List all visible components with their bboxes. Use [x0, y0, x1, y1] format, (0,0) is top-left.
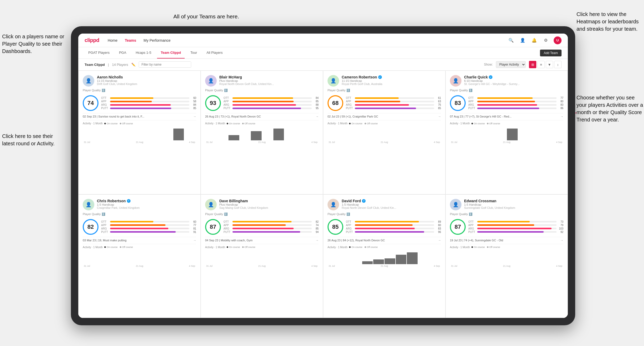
nav-link-teams[interactable]: Teams	[125, 38, 136, 42]
player-card-blair-mcharg[interactable]: 👤 Blair McHarg Plus Handicap Royal North…	[201, 71, 323, 194]
tab-team-clippd[interactable]: Team Clippd	[157, 47, 185, 58]
activity-title: Activity · 1 Month	[450, 246, 470, 249]
stat-row: APP 79	[468, 224, 563, 227]
stat-row: OTT 73	[468, 220, 563, 223]
latest-round[interactable]: 19 Jul 23 | 74 (+4), Sunningdale GC - Ol…	[450, 237, 563, 242]
player-card-cameron-robertson[interactable]: 👤 Cameron Robertson ✓ 11:15 Handicap Roy…	[323, 71, 445, 194]
player-handicap: 6:10 Handicap	[464, 79, 563, 82]
search-input[interactable]	[139, 61, 191, 68]
user-avatar[interactable]: U	[554, 36, 562, 44]
stat-row: ARG 84	[101, 103, 196, 106]
nav-link-performance[interactable]: My Performance	[144, 38, 171, 42]
tab-hcaps[interactable]: Hcaps 1-5	[132, 47, 155, 58]
off-course-label: Off course	[245, 122, 255, 125]
bell-icon[interactable]: 🔔	[531, 37, 538, 44]
player-handicap: 1-5 Handicap	[342, 203, 441, 206]
player-avatar: 👤	[450, 75, 461, 87]
quality-section: 87 OTT 82 APP 74 ARG 85 PUTT	[205, 219, 319, 235]
activity-title: Activity · 1 Month	[83, 246, 103, 249]
tab-pgat[interactable]: PGAT Players	[85, 47, 113, 58]
team-title: Team Clippd	[85, 63, 105, 67]
quality-score[interactable]: 93	[205, 95, 221, 111]
quality-section: 82 OTT 60 APP 77 ARG 81 PUTT	[83, 219, 196, 235]
latest-round[interactable]: 07 Aug 23 | 77 (+7), St George's Hill GC…	[450, 113, 563, 118]
player-club: Sunningdale Golf Club, United Kingdom	[464, 206, 563, 209]
player-card-david-ford[interactable]: 👤 David Ford ✓ 1-5 Handicap Royal North …	[323, 194, 445, 318]
stat-row: PUTT 95	[224, 107, 319, 110]
verified-badge: ✓	[362, 199, 366, 203]
latest-round-arrow: →	[316, 115, 319, 118]
player-name[interactable]: Charlie Quick ✓	[464, 75, 563, 79]
player-name[interactable]: Edward Crossman	[464, 199, 563, 203]
player-name[interactable]: Cameron Robertson ✓	[342, 75, 441, 79]
player-card-chris-robertson[interactable]: 👤 Chris Robertson ✓ 1-5 Handicap Craigmi…	[78, 194, 201, 318]
tab-all-players[interactable]: All Players	[203, 47, 226, 58]
player-name[interactable]: Blair McHarg	[219, 75, 319, 79]
player-name[interactable]: David Ford ✓	[342, 199, 441, 203]
sort-button[interactable]: ↕	[554, 61, 562, 68]
stat-row: APP 80	[468, 100, 563, 103]
player-card-charlie-quick[interactable]: 👤 Charlie Quick ✓ 6:10 Handicap St. Geor…	[445, 71, 568, 194]
latest-round[interactable]: 26 Aug 23 | 73 (+1), Royal North Devon G…	[205, 113, 319, 118]
grid-view-button[interactable]: ⊞	[529, 61, 536, 68]
activity-section: Activity · 1 Month On course Off course …	[450, 120, 563, 143]
latest-round[interactable]: 03 Mar 23 | 19, Must make putting →	[83, 237, 196, 242]
edit-icon[interactable]: ✏️	[131, 63, 136, 67]
mini-chart	[83, 126, 196, 140]
player-name[interactable]: Chris Robertson ✓	[97, 199, 196, 203]
quality-score[interactable]: 74	[83, 95, 98, 111]
players-grid: 👤 Aaron Nicholls 11:15 Handicap Drift Go…	[78, 71, 568, 318]
quality-score[interactable]: 68	[328, 95, 343, 111]
quality-score[interactable]: 87	[450, 219, 466, 235]
latest-round-arrow: →	[438, 239, 441, 242]
player-avatar: 👤	[205, 75, 217, 87]
show-select[interactable]: Player Activity	[496, 61, 526, 68]
player-header: 👤 Aaron Nicholls 11:15 Handicap Drift Go…	[83, 75, 196, 87]
settings-icon[interactable]: ⚙	[542, 37, 549, 44]
nav-link-home[interactable]: Home	[108, 38, 117, 42]
subnav-tabs: PGAT Players PGA Hcaps 1-5 Team Clippd T…	[85, 47, 226, 58]
player-handicap: Plus Handicap	[219, 79, 319, 82]
stat-row: PUTT 91	[101, 231, 196, 233]
filter-button[interactable]: ▼	[546, 61, 553, 68]
player-handicap: Plus Handicap	[219, 203, 319, 206]
quality-score[interactable]: 82	[83, 219, 98, 235]
latest-round[interactable]: 02 Sep 23 | Sunrise round to get back in…	[83, 113, 196, 118]
quality-score[interactable]: 85	[328, 219, 343, 235]
annotation-teams: All of your Teams are here.	[173, 13, 239, 20]
mini-chart	[205, 126, 319, 140]
player-avatar: 👤	[450, 199, 461, 210]
activity-title: Activity · 1 Month	[205, 246, 225, 249]
quality-score[interactable]: 87	[205, 219, 221, 235]
search-icon[interactable]: 🔍	[507, 37, 515, 44]
on-course-label: On course	[474, 246, 485, 248]
activity-section: Activity · 1 Month On course Off course …	[205, 120, 319, 143]
player-avatar: 👤	[328, 75, 339, 87]
player-name[interactable]: Aaron Nicholls	[97, 75, 196, 79]
stats-grid: OTT 73 APP 79 ARG 103 PUTT 92	[468, 220, 563, 233]
stat-row: PUTT 92	[468, 231, 563, 233]
latest-round-arrow: →	[560, 115, 563, 118]
tab-pga[interactable]: PGA	[115, 47, 130, 58]
player-header: 👤 Charlie Quick ✓ 6:10 Handicap St. Geor…	[450, 75, 563, 87]
team-bar: Team Clippd | 14 Players ✏️ Show: Player…	[78, 59, 568, 71]
latest-round[interactable]: 04 Sep 23 | Mobility with coach, Gym →	[205, 237, 319, 242]
latest-round-arrow: →	[560, 239, 563, 242]
list-view-button[interactable]: ≡	[537, 61, 545, 68]
add-team-button[interactable]: Add Team	[540, 50, 562, 56]
player-header: 👤 Edward Crossman 1-5 Handicap Sunningda…	[450, 199, 563, 210]
user-icon[interactable]: 👤	[519, 37, 526, 44]
player-card-dave-billingham[interactable]: 👤 Dave Billingham Plus Handicap Sag Main…	[201, 194, 323, 318]
stat-row: PUTT 85	[346, 107, 441, 110]
latest-round[interactable]: 02 Jul 23 | 59 (+1), Craigmillar Park GC…	[328, 113, 441, 118]
quality-score[interactable]: 83	[450, 95, 466, 111]
tab-tour[interactable]: Tour	[187, 47, 201, 58]
player-name[interactable]: Dave Billingham	[219, 199, 319, 203]
off-course-label: Off course	[367, 122, 378, 125]
mini-chart	[205, 250, 319, 264]
player-card-edward-crossman[interactable]: 👤 Edward Crossman 1-5 Handicap Sunningda…	[445, 194, 568, 318]
player-card-aaron-nicholls[interactable]: 👤 Aaron Nicholls 11:15 Handicap Drift Go…	[78, 71, 201, 194]
activity-section: Activity · 1 Month On course Off course …	[450, 244, 563, 267]
latest-round[interactable]: 26 Aug 23 | 84 (+12), Royal North Devon …	[328, 237, 441, 242]
nav-logo: clippd	[85, 37, 99, 43]
